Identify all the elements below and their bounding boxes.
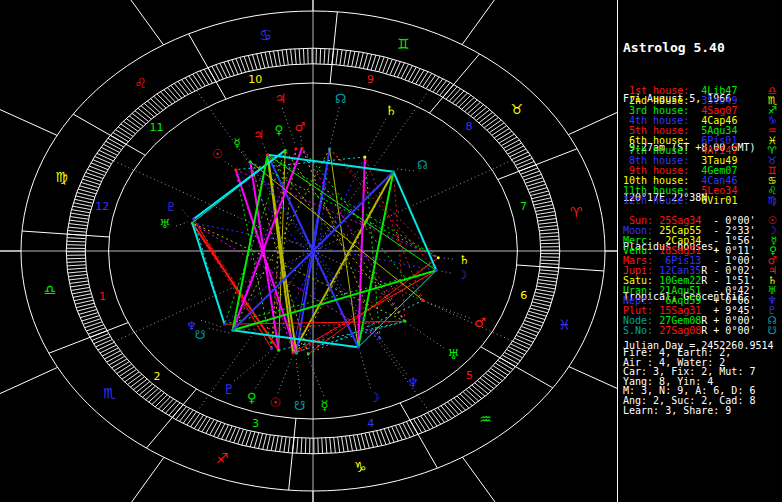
transit-pointer-venus (255, 354, 277, 389)
natal-planet-glyph-sun: ☉ (212, 147, 223, 161)
natal-pointer-mercury (243, 151, 248, 158)
position-dot-mars (301, 147, 304, 150)
natal-planet-glyph-venus: ♀ (274, 123, 283, 137)
transit-pointer-saturn (367, 119, 386, 154)
planet-position-value: 27Sag08 (653, 325, 701, 336)
house-cusp-extension (0, 367, 58, 503)
transit-planet-glyph-mars: ♂ (474, 315, 486, 330)
element-stats: Fire: 4, Earth: 2,Air : 4, Water: 2Car: … (623, 348, 755, 415)
position-dot-moon (435, 269, 438, 272)
sign-glyph-libra: ♎ (44, 282, 57, 298)
natal-pointer-moon (441, 271, 451, 273)
position-dot-venus (277, 349, 280, 352)
natal-pointer-sun (225, 161, 233, 166)
sign-glyph-scorpio: ♏ (103, 385, 116, 401)
position-dot-mars (422, 299, 425, 302)
transit-planet-glyph-moon: ☽ (368, 390, 380, 405)
sign-glyph-taurus: ♉ (511, 101, 524, 117)
stat-line: Learn: 3, Share: 9 (623, 406, 755, 416)
position-dot-node (392, 170, 395, 173)
house-cusp-extension (568, 0, 618, 135)
natal-pointer-south-node (209, 328, 230, 333)
transit-planet-glyph-neptune: ♆ (407, 375, 419, 390)
house-list: 1st house: 4Lib47♎ 2nd house: 3Sco49♏ 3r… (623, 86, 781, 206)
position-dot-moon (357, 346, 360, 349)
aspect-mars-saturn (365, 157, 423, 300)
position-dot-mercury (249, 160, 252, 163)
natal-pointer-uranus (176, 222, 188, 226)
natal-planet-glyph-pluto: ♇ (166, 200, 177, 214)
sign-glyph: ♍ (768, 195, 777, 205)
house-cusp-extension (569, 367, 618, 503)
house-row: 12th house: 6Vir01♍ (623, 196, 781, 206)
position-dot-mercury (307, 353, 310, 356)
transit-planet-glyph-node: ☊ (335, 91, 347, 106)
natal-pointer-saturn (443, 258, 453, 259)
position-dot-saturn (437, 256, 440, 259)
natal-planet-glyph-mercury: ☿ (233, 136, 240, 150)
position-dot-sun (234, 168, 237, 171)
position-dot-uranus (403, 320, 406, 323)
natal-pointer-jupiter (263, 143, 266, 151)
position-dot-pluto (270, 347, 273, 350)
sign-glyph-leo: ♌ (134, 75, 147, 91)
transit-pointer-mars (427, 302, 470, 318)
position-dot-pluto (192, 218, 195, 221)
planet-label: S.No: (623, 325, 653, 336)
house-number-10: 10 (248, 73, 262, 86)
house-number-9: 9 (367, 73, 374, 86)
house-cusp-extension (0, 0, 163, 45)
natal-planet-glyph-node: ☊ (417, 158, 428, 172)
natal-planet-glyph-south-node: ☋ (195, 328, 206, 342)
cardinal-axes (0, 0, 617, 503)
sign-glyph-aquarius: ♒ (479, 411, 492, 427)
transit-planet-glyph-saturn: ♄ (385, 103, 397, 118)
natal-pointer-venus (281, 139, 284, 147)
transit-pointer-node (330, 107, 339, 145)
natal-planet-glyph-saturn: ♄ (459, 253, 470, 267)
house-number-7: 7 (520, 200, 527, 213)
position-dot-jupiter (266, 153, 269, 156)
natal-planet-glyph-mars: ♂ (294, 120, 305, 134)
position-dot-neptune (223, 323, 226, 326)
position-dot-uranus (191, 221, 194, 224)
house-number-5: 5 (466, 369, 473, 382)
sign-boundary (22, 231, 109, 237)
transit-planet-glyph-venus: ♀ (247, 390, 257, 405)
transit-pointer-uranus (408, 324, 444, 348)
sign-glyph-cancer: ♋ (259, 27, 272, 43)
aspect-sun-node (293, 172, 393, 353)
house-number-4: 4 (367, 417, 374, 430)
position-dot-node (328, 147, 331, 150)
house-number-8: 8 (466, 120, 473, 133)
astrolog-window: ♈♉♊♋♌♍♎♏♐♑♒♓123456789101112♇♀☉☋☿☽♆♅♂♄☊♃♂… (0, 0, 783, 503)
house-cusp-extension (0, 0, 57, 135)
position-dot-sun (291, 351, 294, 354)
natal-pointer-mars (301, 136, 302, 144)
sign-glyph-aries: ♈ (570, 204, 583, 220)
transit-pointer-south-node (296, 357, 301, 396)
house-cusp-extension (0, 457, 164, 503)
aspect-uranus-neptune (192, 223, 224, 324)
house-label: 12th house: (623, 195, 689, 206)
planet-glyph: ☋ (768, 325, 777, 335)
sign-boundary (517, 265, 604, 271)
natal-pointer-node (396, 169, 414, 171)
sign-boundary (330, 12, 337, 84)
natal-pointer-neptune (201, 320, 221, 326)
house-number-12: 12 (95, 200, 109, 213)
house-number-6: 6 (520, 289, 527, 302)
sign-glyph-pisces: ♓ (558, 317, 571, 333)
natal-planet-glyph-moon: ☽ (457, 268, 468, 282)
transit-planet-glyph-uranus: ♅ (447, 347, 459, 362)
info-sidebar: Astrolog 5.40 Fri August 5, 1966 9:27am … (618, 0, 783, 503)
planet-row: S.No: 27Sag08R + 0°00'☋ (623, 326, 781, 336)
app-title: Astrolog 5.40 (623, 41, 774, 55)
transit-pointer-neptune (382, 341, 406, 374)
position-dot-saturn (363, 156, 366, 159)
position-dot-neptune (378, 337, 381, 340)
position-dot-south-node (295, 352, 298, 355)
transit-planet-glyph-sun: ☉ (270, 395, 282, 410)
natal-pointer-pluto (182, 210, 189, 218)
transit-pointer-moon (360, 351, 371, 389)
